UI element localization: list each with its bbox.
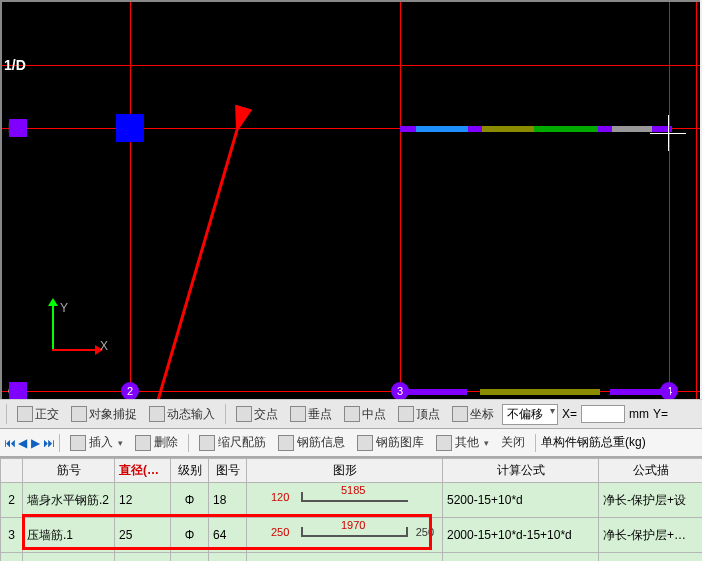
- coordinate-icon: [452, 406, 468, 422]
- scale-icon: [199, 435, 215, 451]
- shape-graphic: [301, 500, 408, 502]
- shape-graphic: [301, 535, 408, 537]
- circle-node-2[interactable]: 2: [121, 382, 139, 399]
- offset-combo[interactable]: 不偏移: [502, 404, 558, 425]
- osnap-toggle[interactable]: 对象捕捉: [67, 404, 141, 425]
- cad-viewport[interactable]: 1/D D C 2 3 4 X Y: [0, 0, 700, 399]
- cell-num: 3: [1, 518, 23, 553]
- cell-formula[interactable]: 2000-15+10*d-15+10*d: [443, 518, 599, 553]
- cell-num: 2: [1, 483, 23, 518]
- cursor-v: [668, 115, 669, 151]
- rebar-table[interactable]: 筋号 直径(mm) 级别 图号 图形 计算公式 公式描 2 墙身水平钢筋.2 1…: [0, 458, 702, 561]
- single-total-label: 单构件钢筋总重(kg): [541, 434, 646, 451]
- rebar-toolbar: ⏮ ◀ ▶ ⏭ 插入▾ 删除 缩尺配筋 钢筋信息 钢筋图库 其他▾ 关闭 单构件…: [0, 429, 702, 457]
- rebar-segment: [482, 126, 534, 132]
- info-icon: [278, 435, 294, 451]
- rebar-segment: [610, 389, 670, 395]
- col-rebar-name[interactable]: 筋号: [23, 459, 115, 483]
- cell-diam[interactable]: 12: [115, 483, 171, 518]
- mm-label: mm: [629, 407, 649, 421]
- y-label: Y=: [653, 407, 668, 421]
- insert-icon: [70, 435, 86, 451]
- col-grade[interactable]: 级别: [171, 459, 209, 483]
- gridline-v: [669, 2, 670, 399]
- svg-line-0: [140, 130, 237, 399]
- grid-node[interactable]: [9, 382, 27, 399]
- cell-grade[interactable]: [171, 553, 209, 562]
- grid-node-selected[interactable]: [116, 114, 144, 142]
- snap-apex[interactable]: 顶点: [394, 404, 444, 425]
- ucs-x-label: X: [100, 339, 108, 353]
- table-row[interactable]: 3 压墙筋.1 25 Φ 64 250 1970 250 2000-15+10*…: [1, 518, 703, 553]
- other-button[interactable]: 其他▾: [431, 432, 494, 453]
- cell-grade[interactable]: Φ: [171, 483, 209, 518]
- cell-shape[interactable]: 250 1970 250: [247, 518, 443, 553]
- rebar-info-button[interactable]: 钢筋信息: [273, 432, 350, 453]
- nav-last-icon[interactable]: ⏭: [43, 437, 54, 448]
- nav-next-icon[interactable]: ▶: [30, 437, 41, 448]
- insert-button[interactable]: 插入▾: [65, 432, 128, 453]
- grid-node[interactable]: [9, 119, 27, 137]
- status-toolbar: 正交 对象捕捉 动态输入 交点 垂点 中点 顶点 坐标 不偏移 X= mm Y=: [0, 399, 702, 429]
- gridline-v: [130, 2, 131, 399]
- table-row[interactable]: 墙身垂直钢 墙实际高度-保: [1, 553, 703, 562]
- col-diameter[interactable]: 直径(mm): [115, 459, 171, 483]
- rebar-segment: [534, 126, 598, 132]
- dyninput-icon: [149, 406, 165, 422]
- cell-formula[interactable]: 5200-15+10*d: [443, 483, 599, 518]
- col-shape[interactable]: 图形: [247, 459, 443, 483]
- snap-midpoint[interactable]: 中点: [340, 404, 390, 425]
- scale-rebar-button[interactable]: 缩尺配筋: [194, 432, 271, 453]
- gridline-h: [2, 65, 700, 66]
- midpoint-icon: [344, 406, 360, 422]
- intersection-icon: [236, 406, 252, 422]
- rebar-segment: [652, 126, 672, 132]
- rebar-segment: [598, 126, 612, 132]
- cell-formula[interactable]: [443, 553, 599, 562]
- rebar-table-wrap: 筋号 直径(mm) 级别 图号 图形 计算公式 公式描 2 墙身水平钢筋.2 1…: [0, 457, 702, 561]
- cell-diam[interactable]: 25: [115, 518, 171, 553]
- cell-name[interactable]: 墙身垂直钢: [23, 553, 115, 562]
- other-icon: [436, 435, 452, 451]
- snap-coordinate[interactable]: 坐标: [448, 404, 498, 425]
- cell-shapeno[interactable]: [209, 553, 247, 562]
- rebar-segment: [407, 389, 467, 395]
- nav-first-icon[interactable]: ⏮: [4, 437, 15, 448]
- rebar-lib-button[interactable]: 钢筋图库: [352, 432, 429, 453]
- close-button[interactable]: 关闭: [496, 432, 530, 453]
- cell-formula-desc[interactable]: 净长-保护层+设定层+设定弯折: [599, 518, 703, 553]
- snap-intersection[interactable]: 交点: [232, 404, 282, 425]
- rebar-segment: [416, 126, 468, 132]
- apex-icon: [398, 406, 414, 422]
- rebar-segment: [480, 389, 600, 395]
- cell-shape[interactable]: 120 5185: [247, 483, 443, 518]
- table-row[interactable]: 2 墙身水平钢筋.2 12 Φ 18 120 5185 5200-15+10*d…: [1, 483, 703, 518]
- perpendicular-icon: [290, 406, 306, 422]
- cell-name[interactable]: 压墙筋.1: [23, 518, 115, 553]
- nav-prev-icon[interactable]: ◀: [17, 437, 28, 448]
- rebar-segment: [400, 126, 416, 132]
- cell-name[interactable]: 墙身水平钢筋.2: [23, 483, 115, 518]
- cell-shape[interactable]: [247, 553, 443, 562]
- delete-button[interactable]: 删除: [130, 432, 183, 453]
- cell-grade[interactable]: Φ: [171, 518, 209, 553]
- col-shape-no[interactable]: 图号: [209, 459, 247, 483]
- dyninput-toggle[interactable]: 动态输入: [145, 404, 219, 425]
- osnap-icon: [71, 406, 87, 422]
- col-formula-desc[interactable]: 公式描: [599, 459, 703, 483]
- ortho-toggle[interactable]: 正交: [13, 404, 63, 425]
- lib-icon: [357, 435, 373, 451]
- col-num[interactable]: [1, 459, 23, 483]
- cell-formula-desc[interactable]: 净长-保护层+设: [599, 483, 703, 518]
- axis-label-1d: 1/D: [4, 57, 26, 73]
- cell-shapeno[interactable]: 64: [209, 518, 247, 553]
- cell-diam[interactable]: [115, 553, 171, 562]
- col-formula[interactable]: 计算公式: [443, 459, 599, 483]
- snap-perpendicular[interactable]: 垂点: [286, 404, 336, 425]
- ortho-icon: [17, 406, 33, 422]
- table-header-row: 筋号 直径(mm) 级别 图号 图形 计算公式 公式描: [1, 459, 703, 483]
- cell-shapeno[interactable]: 18: [209, 483, 247, 518]
- cell-formula-desc[interactable]: 墙实际高度-保: [599, 553, 703, 562]
- ucs-y-label: Y: [60, 301, 68, 315]
- x-input[interactable]: [581, 405, 625, 423]
